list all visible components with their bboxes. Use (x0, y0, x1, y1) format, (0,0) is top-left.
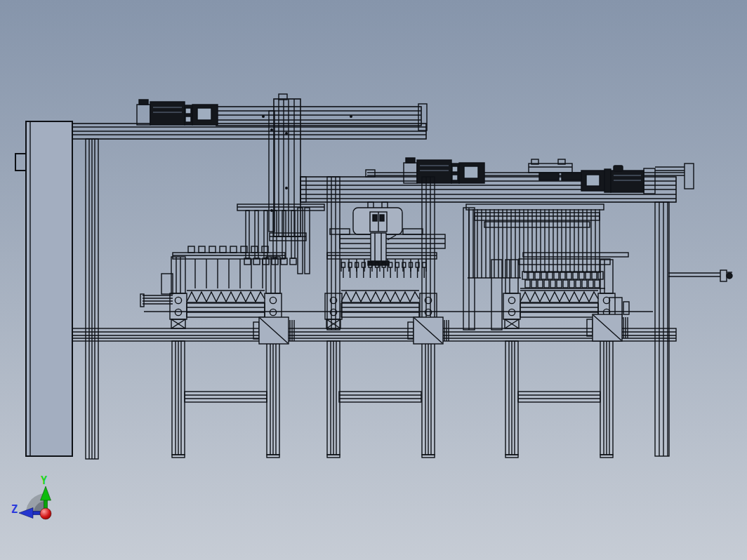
y-axis-label: Y (41, 474, 47, 487)
viewport-background (0, 0, 747, 560)
x-axis-origin[interactable] (40, 508, 51, 519)
cad-viewport[interactable]: Y Z (0, 0, 747, 560)
z-axis-label: Z (11, 503, 18, 516)
